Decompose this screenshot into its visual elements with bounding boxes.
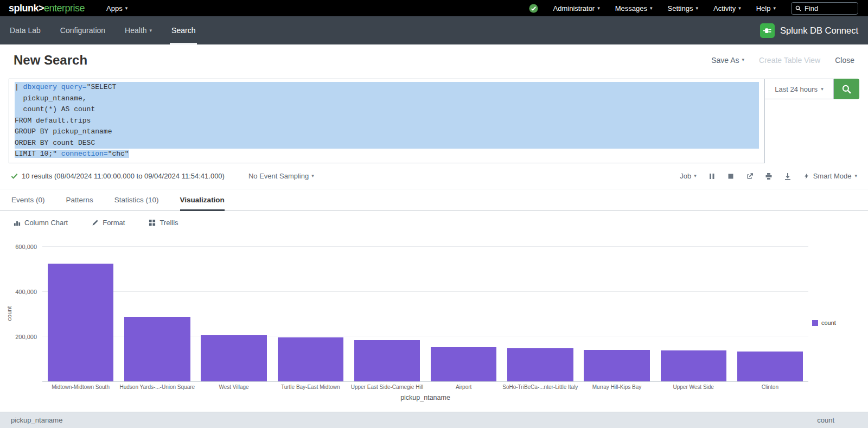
x-axis-labels: Midtown-Midtown SouthHudson Yards-...-Un… xyxy=(42,384,808,392)
nav-item-configuration[interactable]: Configuration xyxy=(50,16,115,44)
x-tick-label: Turtle Bay-East Midtown xyxy=(272,384,349,392)
run-search-button[interactable] xyxy=(834,79,859,99)
export-button[interactable] xyxy=(784,173,792,180)
top-bar: splunk>enterprise Apps ▾ Administrator▾ … xyxy=(0,0,868,16)
chart-bar-7[interactable] xyxy=(584,350,649,381)
job-status-bar: 10 results (08/04/2024 11:00:00.000 to 0… xyxy=(0,163,868,189)
column-header-pickup-ntaname[interactable]: pickup_ntaname xyxy=(11,416,62,428)
column-chart: count 200,000400,000600,000 Midtown-Midt… xyxy=(0,238,868,401)
chevron-down-icon: ▾ xyxy=(311,174,314,178)
x-tick-label: Midtown-Midtown South xyxy=(42,384,119,392)
search-icon xyxy=(842,85,851,94)
chart-bar-4[interactable] xyxy=(354,340,420,381)
chart-bar-6[interactable] xyxy=(507,348,573,381)
job-menu[interactable]: Job▾ xyxy=(680,172,697,180)
trellis-button[interactable]: Trellis xyxy=(149,219,178,227)
stop-button[interactable] xyxy=(727,173,735,180)
column-header-count[interactable]: count xyxy=(817,416,834,428)
query-line: FROM default.trips xyxy=(15,116,759,127)
chart-bars xyxy=(42,247,808,381)
apps-menu-label: Apps xyxy=(106,4,123,12)
y-axis-ticks: 200,000400,000600,000 xyxy=(0,247,39,382)
time-range-picker[interactable]: Last 24 hours ▾ xyxy=(765,79,834,99)
tab-visualization[interactable]: Visualization xyxy=(180,189,225,210)
administrator-menu[interactable]: Administrator▾ xyxy=(553,4,600,12)
legend-swatch xyxy=(812,320,818,326)
x-tick-label: Murray Hill-Kips Bay xyxy=(578,384,655,392)
search-query-input[interactable]: | dbxquery query="SELECT pickup_ntaname,… xyxy=(9,79,765,163)
bar-slot xyxy=(425,247,502,381)
chevron-down-icon: ▾ xyxy=(125,6,128,11)
nav-item-health[interactable]: Health▾ xyxy=(115,16,162,44)
bar-slot xyxy=(655,247,732,381)
pause-button[interactable] xyxy=(708,173,716,180)
close-button[interactable]: Close xyxy=(835,56,854,65)
x-tick-label: Upper West Side xyxy=(655,384,732,392)
chevron-down-icon: ▾ xyxy=(694,174,697,178)
query-line: pickup_ntaname, xyxy=(15,93,759,105)
nav-item-search[interactable]: Search xyxy=(162,16,205,44)
chevron-down-icon: ▾ xyxy=(738,6,741,11)
messages-menu[interactable]: Messages▾ xyxy=(615,4,653,12)
smart-mode-bolt-icon xyxy=(803,173,810,180)
x-tick-label: Airport xyxy=(425,384,502,392)
health-status-icon[interactable] xyxy=(529,4,538,13)
chart-bar-5[interactable] xyxy=(431,347,496,381)
y-tick-label: 200,000 xyxy=(0,334,37,340)
chart-bar-9[interactable] xyxy=(737,352,803,381)
tab-events[interactable]: Events (0) xyxy=(11,189,45,210)
query-line: GROUP BY pickup_ntaname xyxy=(15,126,759,138)
chevron-down-icon: ▾ xyxy=(650,6,653,11)
chart-bar-0[interactable] xyxy=(48,264,113,381)
save-as-button[interactable]: Save As▾ xyxy=(711,56,744,65)
x-axis-title: pickup_ntaname xyxy=(42,394,808,401)
find-input[interactable] xyxy=(805,4,851,12)
chevron-down-icon: ▾ xyxy=(597,6,600,11)
pencil-icon xyxy=(92,219,99,226)
chevron-down-icon: ▾ xyxy=(821,87,824,92)
bar-slot xyxy=(578,247,655,381)
search-mode-dropdown[interactable]: Smart Mode ▾ xyxy=(803,172,857,180)
tab-patterns[interactable]: Patterns xyxy=(66,189,93,210)
results-summary: 10 results (08/04/2024 11:00:00.000 to 0… xyxy=(22,172,225,180)
x-tick-label: SoHo-TriBeCa-...nter-Little Italy xyxy=(502,384,578,392)
column-chart-icon xyxy=(14,219,21,226)
chevron-down-icon: ▾ xyxy=(773,6,776,11)
statistics-table-header: pickup_ntaname count xyxy=(0,412,868,428)
y-tick-label: 400,000 xyxy=(0,289,37,295)
chart-bar-2[interactable] xyxy=(201,335,266,381)
help-menu[interactable]: Help▾ xyxy=(756,4,776,12)
chart-bar-1[interactable] xyxy=(124,317,190,381)
visualization-toolbar: Column Chart Format Trellis xyxy=(0,211,868,234)
query-line: ORDER BY count DESC xyxy=(15,138,759,149)
chevron-down-icon: ▾ xyxy=(695,6,698,11)
chart-type-picker[interactable]: Column Chart xyxy=(14,219,68,227)
activity-menu[interactable]: Activity▾ xyxy=(713,4,741,12)
create-table-view-button[interactable]: Create Table View xyxy=(759,56,820,65)
event-sampling-dropdown[interactable]: No Event Sampling ▾ xyxy=(248,172,314,180)
splunk-logo: splunk>enterprise xyxy=(9,3,85,14)
print-button[interactable] xyxy=(765,173,773,180)
chevron-down-icon: ▾ xyxy=(854,174,857,178)
app-brand[interactable]: Splunk DB Connect xyxy=(760,16,868,44)
bar-slot xyxy=(195,247,272,381)
y-tick-label: 600,000 xyxy=(0,244,37,250)
x-tick-label: Clinton xyxy=(732,384,808,392)
format-button[interactable]: Format xyxy=(92,219,125,227)
chevron-down-icon: ▾ xyxy=(150,28,152,33)
share-button[interactable] xyxy=(746,173,754,180)
nav-item-data-lab[interactable]: Data Lab xyxy=(0,16,50,44)
settings-menu[interactable]: Settings▾ xyxy=(668,4,699,12)
query-line: | dbxquery query="SELECT xyxy=(15,82,759,93)
bar-slot xyxy=(42,247,119,381)
app-brand-name: Splunk DB Connect xyxy=(780,25,858,36)
query-line: count(*) AS count xyxy=(15,104,759,116)
chart-bar-8[interactable] xyxy=(661,350,726,381)
chart-bar-3[interactable] xyxy=(278,337,343,381)
chart-legend[interactable]: count xyxy=(812,320,836,326)
apps-menu[interactable]: Apps ▾ xyxy=(106,4,127,12)
tab-statistics[interactable]: Statistics (10) xyxy=(114,189,159,210)
find-search-box[interactable] xyxy=(791,2,858,15)
bar-slot xyxy=(272,247,349,381)
bar-slot xyxy=(119,247,195,381)
